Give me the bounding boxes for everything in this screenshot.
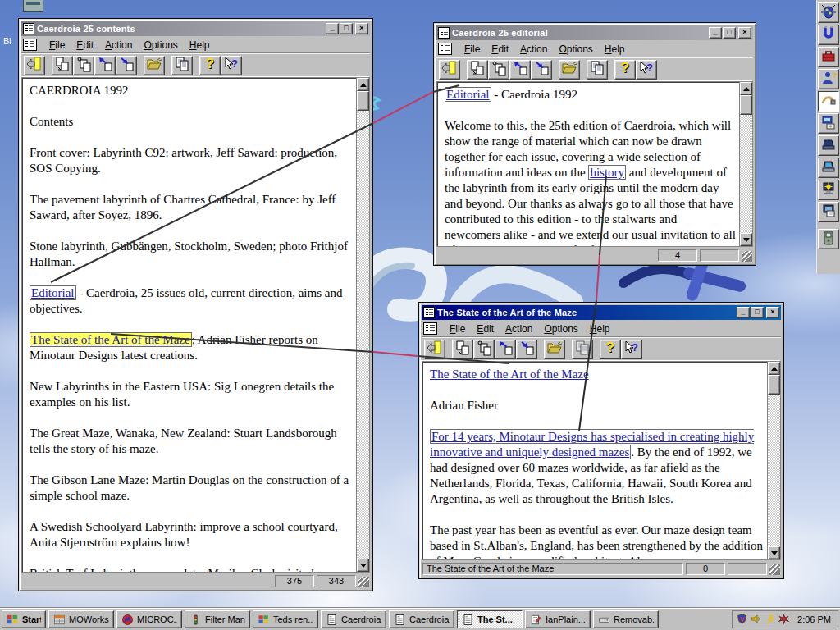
- link-out-button[interactable]: [495, 340, 516, 359]
- link-in-button[interactable]: [116, 56, 137, 75]
- hypertext-link[interactable]: Editorial: [445, 87, 491, 102]
- pc-disk-tool-button[interactable]: [818, 113, 839, 134]
- document-viewer-icon[interactable]: [423, 307, 435, 318]
- partially-hidden-desktop-icon[interactable]: [23, 0, 43, 12]
- antivirus-shield-icon[interactable]: V: [736, 613, 748, 627]
- window-caerdroia-editorial[interactable]: Caerdroia 25 editorial _ □ × FileEditAct…: [433, 22, 756, 266]
- close-button[interactable]: ×: [738, 27, 751, 39]
- taskbar-task-ianplain-[interactable]: IanPlain....: [525, 610, 591, 628]
- hypertext-link[interactable]: The State of the Art of the Maze: [30, 332, 192, 347]
- maximize-button[interactable]: □: [340, 23, 353, 34]
- menu-item-help[interactable]: Help: [184, 38, 216, 52]
- menu-item-help[interactable]: Help: [584, 322, 616, 336]
- vertical-scrollbar[interactable]: [356, 78, 369, 572]
- handheld-tool-button[interactable]: [818, 229, 839, 249]
- menu-item-edit[interactable]: Edit: [486, 42, 514, 57]
- help-button[interactable]: ??: [199, 56, 221, 75]
- paste-doc-button[interactable]: [473, 340, 495, 359]
- help-button[interactable]: ??: [614, 60, 636, 80]
- taskbar-task-teds-ren-[interactable]: Teds ren...: [253, 610, 318, 628]
- copy-button[interactable]: [171, 56, 193, 75]
- menu-item-file[interactable]: File: [444, 322, 471, 336]
- menu-item-file[interactable]: File: [43, 38, 71, 52]
- scrollbar-thumb[interactable]: [357, 91, 369, 111]
- scroll-down-button[interactable]: [740, 233, 752, 246]
- titlebar[interactable]: Caerdroia 25 editorial _ □ ×: [436, 25, 753, 40]
- scroll-down-button[interactable]: [768, 546, 780, 559]
- exit-button[interactable]: [439, 60, 460, 80]
- hypertext-link[interactable]: history: [588, 165, 626, 180]
- minimize-button[interactable]: _: [737, 307, 750, 318]
- bug-tool-button[interactable]: [818, 2, 839, 23]
- cable-tool-button[interactable]: [818, 91, 839, 112]
- menu-item-options[interactable]: Options: [538, 322, 583, 336]
- taskbar-task-filter-man-[interactable]: Filter Man...: [185, 610, 250, 628]
- menu-item-options[interactable]: Options: [138, 38, 183, 52]
- toolbox-tool-button[interactable]: [818, 47, 839, 67]
- user-tool-button[interactable]: ?: [818, 69, 839, 89]
- paste-doc-button[interactable]: [488, 60, 509, 80]
- exit-button[interactable]: [24, 56, 45, 75]
- document-viewer-icon[interactable]: [438, 27, 450, 39]
- start-button[interactable]: Start: [2, 610, 46, 628]
- taskbar-task-microc-[interactable]: MICROC...: [116, 610, 182, 628]
- menu-item-action[interactable]: Action: [500, 322, 538, 336]
- exit-button[interactable]: [424, 340, 445, 359]
- duplicate-doc-button[interactable]: [52, 56, 73, 75]
- menu-item-action[interactable]: Action: [99, 38, 138, 52]
- scrollbar-thumb[interactable]: [740, 95, 752, 115]
- scrollbar-thumb[interactable]: [768, 375, 780, 395]
- copy-button[interactable]: [572, 340, 593, 359]
- minimize-button[interactable]: _: [326, 23, 339, 34]
- context-help-button[interactable]: ?: [621, 340, 642, 359]
- help-button[interactable]: ??: [600, 340, 621, 359]
- duplicate-doc-button[interactable]: [452, 340, 473, 359]
- paste-doc-button[interactable]: [73, 56, 94, 75]
- titlebar[interactable]: The State of the Art of the Maze _ □ ×: [422, 305, 781, 320]
- taskbar-task-caerdroia-[interactable]: Caerdroia...: [321, 610, 386, 628]
- document-menu-icon[interactable]: [438, 43, 452, 55]
- document-viewer-icon[interactable]: [23, 23, 34, 34]
- open-folder-button[interactable]: [559, 60, 580, 80]
- monitor-star-tool-button[interactable]: [818, 180, 839, 200]
- titlebar[interactable]: Caerdroia 25 contents _ □ ×: [21, 21, 370, 36]
- document-menu-icon[interactable]: [423, 322, 437, 335]
- open-folder-button[interactable]: [144, 56, 165, 75]
- vertical-scrollbar[interactable]: [767, 362, 780, 559]
- hypertext-link[interactable]: The State of the Art of the Maze: [430, 368, 589, 381]
- taskbar-task-the-st-[interactable]: The St...: [457, 610, 523, 628]
- menu-item-file[interactable]: File: [459, 42, 486, 57]
- scroll-up-button[interactable]: [768, 362, 780, 375]
- link-out-button[interactable]: [94, 56, 116, 75]
- magnet-tool-button[interactable]: [818, 25, 839, 45]
- document-menu-icon[interactable]: [23, 39, 37, 51]
- volume-icon[interactable]: [750, 613, 762, 627]
- resize-grip[interactable]: [742, 251, 752, 262]
- close-button[interactable]: ×: [355, 23, 368, 34]
- resize-grip[interactable]: [358, 577, 369, 587]
- window-caerdroia-contents[interactable]: Caerdroia 25 contents _ □ × FileEditActi…: [18, 18, 373, 591]
- maximize-button[interactable]: □: [723, 27, 736, 39]
- window-state-of-the-art-maze[interactable]: The State of the Art of the Maze _ □ × F…: [418, 302, 784, 579]
- menu-item-help[interactable]: Help: [599, 42, 631, 57]
- vertical-scrollbar[interactable]: [739, 82, 752, 246]
- minimize-button[interactable]: _: [709, 27, 722, 39]
- copy-button[interactable]: [587, 60, 608, 80]
- link-out-button[interactable]: [509, 60, 531, 80]
- maximize-button[interactable]: □: [751, 307, 764, 318]
- context-help-button[interactable]: ?: [636, 60, 657, 80]
- duplicate-doc-button[interactable]: [467, 60, 488, 80]
- monitor-card-tool-button[interactable]: [818, 202, 839, 222]
- link-in-button[interactable]: [531, 60, 552, 80]
- taskbar-task-removab-[interactable]: Removab...: [593, 610, 659, 628]
- scroll-up-button[interactable]: [357, 78, 369, 91]
- context-help-button[interactable]: ?: [221, 56, 242, 75]
- menu-item-action[interactable]: Action: [514, 42, 553, 57]
- scroll-up-button[interactable]: [740, 82, 752, 95]
- close-button[interactable]: ×: [766, 307, 779, 318]
- open-folder-button[interactable]: [544, 340, 565, 359]
- scheduler-icon[interactable]: [764, 613, 776, 627]
- scroll-down-button[interactable]: [357, 559, 369, 572]
- hypertext-link[interactable]: Editorial: [30, 285, 76, 300]
- menu-item-edit[interactable]: Edit: [471, 322, 500, 336]
